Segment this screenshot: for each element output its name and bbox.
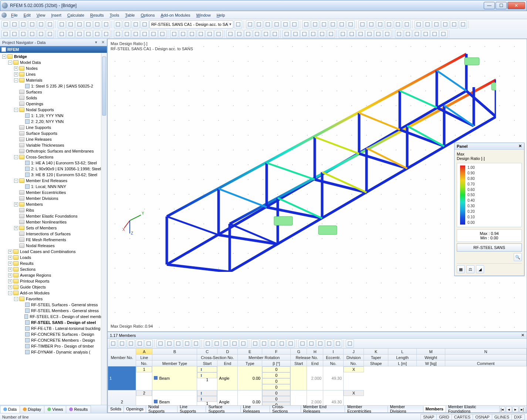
status-cell-cartes[interactable]: CARTES	[452, 414, 473, 420]
toolbar-button[interactable]	[283, 30, 291, 38]
tree-item[interactable]: 1: 1,19; YYY YNN	[0, 113, 107, 119]
panel-titlebar[interactable]: Panel ✕	[455, 143, 524, 150]
tree-item[interactable]: Member Eccentricities	[0, 189, 107, 195]
toolbar-button[interactable]	[365, 30, 374, 38]
tree-item[interactable]: +Loads	[0, 255, 107, 260]
toolbar-button[interactable]	[281, 20, 290, 28]
grid-toolbar-button[interactable]	[109, 339, 117, 348]
toolbar-button[interactable]	[422, 30, 430, 38]
tree-expand-icon[interactable]: +	[8, 273, 12, 277]
panel-tb-1[interactable]: ▦	[457, 265, 465, 273]
toolbar-button[interactable]	[214, 30, 223, 38]
tree-item[interactable]: Member Elastic Foundations	[0, 213, 107, 219]
toolbar-button[interactable]	[244, 30, 252, 38]
toolbar-button[interactable]	[28, 30, 36, 38]
tree-collapse-icon[interactable]: −	[14, 78, 18, 82]
toolbar-button[interactable]	[430, 30, 439, 38]
menu-file[interactable]: File	[8, 12, 21, 18]
grid-toolbar-button[interactable]	[251, 339, 259, 348]
toolbar-button[interactable]	[226, 30, 234, 38]
toolbar-button[interactable]	[114, 30, 122, 38]
menu-tools[interactable]: Tools	[107, 12, 122, 18]
tree-item[interactable]: +Results	[0, 260, 107, 266]
tree-item[interactable]: Orthotropic Surfaces and Membranes	[0, 148, 107, 154]
toolbar-button[interactable]	[84, 30, 92, 38]
navigator-root[interactable]: RFEM	[0, 46, 107, 53]
menu-view[interactable]: View	[34, 12, 48, 18]
grid-toolbar-button[interactable]	[230, 339, 239, 348]
toolbar-button[interactable]	[357, 30, 365, 38]
toolbar-button[interactable]	[318, 30, 326, 38]
tree-expand-icon[interactable]: +	[8, 250, 12, 254]
tree-collapse-icon[interactable]: −	[14, 108, 18, 112]
toolbar-button[interactable]	[394, 20, 402, 28]
tree-item[interactable]: Member Divisions	[0, 195, 107, 201]
tree-item[interactable]: FE Mesh Refinements	[0, 237, 107, 243]
toolbar-button[interactable]	[10, 20, 18, 28]
toolbar-button[interactable]	[338, 20, 346, 28]
toolbar-button[interactable]	[309, 30, 317, 38]
tree-item[interactable]: Intersections of Surfaces	[0, 231, 107, 237]
grid-tab-cross-sections[interactable]: Cross-Sections	[270, 406, 301, 413]
panel-zoom-icon[interactable]: 🔍	[514, 253, 522, 261]
grid-tab-openings[interactable]: Openings	[124, 406, 146, 413]
menu-window[interactable]: Window	[193, 12, 214, 18]
toolbar-button[interactable]	[67, 30, 75, 38]
tree-item[interactable]: +Members	[0, 201, 107, 207]
tree-item[interactable]: 2: L 90x90x9 | EN 10056-1:1998; Steel	[0, 166, 107, 172]
tree-collapse-icon[interactable]: −	[14, 179, 18, 183]
toolbar-button[interactable]	[1, 30, 10, 38]
toolbar-button[interactable]	[415, 20, 423, 28]
status-cell-glines[interactable]: GLINES	[492, 414, 512, 420]
grid-toolbar-button[interactable]	[278, 339, 286, 348]
tree-item[interactable]: RF-CONCRETE Surfaces - Design	[0, 331, 107, 337]
members-table[interactable]: Member No.ABCDEFGHIJKLMNLineCross-Sectio…	[108, 348, 527, 405]
tree-item[interactable]: Variable Thicknesses	[0, 142, 107, 148]
grid-tab-members[interactable]: Members	[423, 406, 446, 413]
toolbar-button[interactable]	[320, 20, 328, 28]
menu-help[interactable]: Help	[214, 12, 228, 18]
tree-item[interactable]: −Member End Releases	[0, 178, 107, 184]
toolbar-button[interactable]	[385, 20, 393, 28]
toolbar-button[interactable]	[450, 20, 458, 28]
grid-toolbar-button[interactable]	[334, 339, 342, 348]
tree-item[interactable]: RF-DYNAM - Dynamic analysis (	[0, 349, 107, 355]
toolbar-button[interactable]	[339, 30, 347, 38]
toolbar-button[interactable]	[327, 30, 335, 38]
toolbar-button[interactable]	[75, 20, 84, 28]
tree-item[interactable]: +Guide Objects	[0, 284, 107, 290]
tree-item[interactable]: Member Nonlinearities	[0, 219, 107, 225]
grid-tab-member-divisions[interactable]: Member Divisions	[388, 406, 423, 413]
grid-tab-line-releases[interactable]: Line Releases	[240, 406, 270, 413]
tree-collapse-icon[interactable]: −	[8, 61, 12, 65]
toolbar-button[interactable]	[188, 30, 196, 38]
tree-item[interactable]: +Nodes	[0, 65, 107, 71]
tree-item[interactable]: 2: 2,20; NYY YNN	[0, 119, 107, 124]
toolbar-button[interactable]	[93, 30, 101, 38]
grid-toolbar-button[interactable]	[183, 339, 191, 348]
tree-item[interactable]: Ribs	[0, 207, 107, 213]
grid-tab-member-elastic-foundations[interactable]: Member Elastic Foundations	[446, 406, 500, 413]
menu-calculate[interactable]: Calculate	[64, 12, 87, 18]
grid-toolbar-button[interactable]	[239, 339, 247, 348]
toolbar-button[interactable]	[102, 30, 110, 38]
toolbar-button[interactable]	[383, 30, 391, 38]
toolbar-button[interactable]	[441, 20, 449, 28]
tree-collapse-icon[interactable]: −	[14, 155, 18, 159]
toolbar-button[interactable]	[367, 20, 375, 28]
toolbar-button[interactable]	[403, 20, 411, 28]
panel-tb-3[interactable]: ◢	[476, 265, 484, 273]
tree-item[interactable]: +Load Cases and Combinations	[0, 249, 107, 255]
menu-table[interactable]: Table	[122, 12, 138, 18]
tree-item[interactable]: +Sets of Members	[0, 225, 107, 231]
toolbar-button[interactable]	[290, 20, 298, 28]
tree-item[interactable]: Openings	[0, 101, 107, 107]
tree-item[interactable]: RF-STEEL Members - General stress	[0, 308, 107, 314]
grid-toolbar-button[interactable]	[269, 339, 277, 348]
tree-item[interactable]: 3: HE B 120 | Euronorm 53-62; Steel	[0, 172, 107, 178]
tree-item[interactable]: 1: Local; NNN NNY	[0, 184, 107, 189]
toolbar-button[interactable]	[170, 30, 178, 38]
grid-toolbar-button[interactable]	[127, 339, 135, 348]
toolbar-button[interactable]	[75, 30, 84, 38]
grid-tab-nodal-supports[interactable]: Nodal Supports	[146, 406, 178, 413]
